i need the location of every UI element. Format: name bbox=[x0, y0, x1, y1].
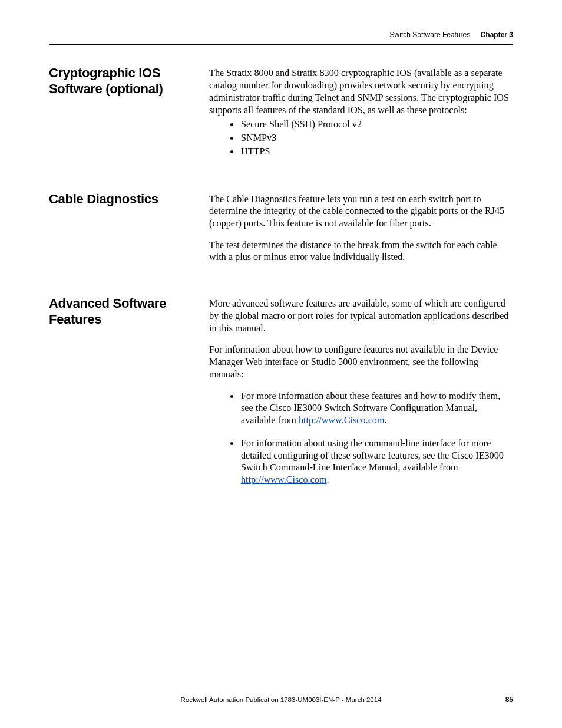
advanced-bullets: For more information about these feature… bbox=[209, 390, 513, 486]
cable-para2: The test determines the distance to the … bbox=[209, 239, 513, 263]
list-item: For more information about these feature… bbox=[240, 390, 513, 427]
advanced-para1: More advanced software features are avai… bbox=[209, 298, 513, 334]
advanced-para2: For information about how to configure f… bbox=[209, 344, 513, 380]
page: Switch Software Features Chapter 3 Crypt… bbox=[0, 0, 562, 728]
footer-publication: Rockwell Automation Publication 1783-UM0… bbox=[0, 696, 562, 704]
list-item: HTTPS bbox=[240, 146, 513, 158]
section-advanced: Advanced Software Features More advanced… bbox=[49, 298, 513, 486]
bullet-text-post: . bbox=[385, 415, 387, 426]
cisco-link[interactable]: http://www.Cisco.com bbox=[241, 475, 327, 485]
bullet-text: For information about using the command-… bbox=[241, 438, 504, 473]
body-col: More advanced software features are avai… bbox=[209, 298, 513, 486]
heading-cable: Cable Diagnostics bbox=[49, 192, 204, 207]
running-header: Switch Software Features Chapter 3 bbox=[49, 31, 513, 45]
body-col: The Cable Diagnostics feature lets you r… bbox=[209, 193, 513, 264]
section-cable: Cable Diagnostics The Cable Diagnostics … bbox=[49, 193, 513, 264]
side-col: Cable Diagnostics bbox=[49, 193, 209, 207]
chapter-label: Chapter 3 bbox=[481, 31, 513, 39]
heading-crypto: Cryptographic IOS Software (optional) bbox=[49, 65, 204, 97]
cable-para1: The Cable Diagnostics feature lets you r… bbox=[209, 193, 513, 230]
heading-advanced: Advanced Software Features bbox=[49, 296, 204, 328]
crypto-para1: The Stratix 8000 and Stratix 8300 crypto… bbox=[209, 67, 513, 116]
crypto-bullets: Secure Shell (SSH) Protocol v2 SNMPv3 HT… bbox=[209, 118, 513, 157]
cisco-link[interactable]: http://www.Cisco.com bbox=[299, 415, 385, 426]
list-item: Secure Shell (SSH) Protocol v2 bbox=[240, 118, 513, 131]
page-number: 85 bbox=[505, 696, 513, 704]
list-item: SNMPv3 bbox=[240, 132, 513, 144]
side-col: Advanced Software Features bbox=[49, 298, 209, 328]
side-col: Cryptographic IOS Software (optional) bbox=[49, 67, 209, 97]
section-crypto: Cryptographic IOS Software (optional) Th… bbox=[49, 67, 513, 159]
body-col: The Stratix 8000 and Stratix 8300 crypto… bbox=[209, 67, 513, 159]
breadcrumb: Switch Software Features bbox=[390, 31, 471, 39]
bullet-text-post: . bbox=[327, 475, 329, 485]
list-item: For information about using the command-… bbox=[240, 437, 513, 486]
